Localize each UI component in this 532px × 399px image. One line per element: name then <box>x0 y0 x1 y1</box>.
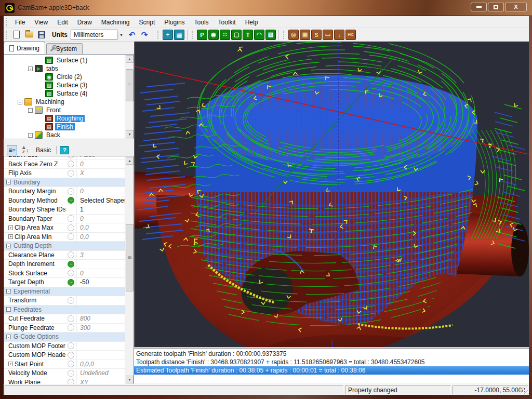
default-value-icon[interactable]: → <box>68 161 74 167</box>
maximize-button[interactable] <box>488 3 504 11</box>
property-value[interactable]: 0 <box>77 161 125 168</box>
tree-scroll-thumb[interactable] <box>126 69 134 101</box>
log-line-3[interactable]: Estimated Toolpath 'Finish' duration : 0… <box>134 366 529 375</box>
tab-system[interactable]: System <box>46 43 83 54</box>
profile-mop-icon[interactable]: ◎ <box>288 30 299 40</box>
property-transform[interactable]: Transform→ <box>4 296 125 305</box>
property-stock-surface[interactable]: Stock Surface→0 <box>4 269 125 278</box>
chevron-down-icon[interactable]: ▼ <box>118 32 124 39</box>
tree-item-tabs[interactable]: -▶tabs <box>4 64 134 73</box>
default-value-icon[interactable]: → <box>68 270 74 276</box>
property-value[interactable]: X <box>77 169 125 177</box>
expand-icon[interactable]: + <box>8 362 13 366</box>
default-value-icon[interactable]: → <box>68 215 74 222</box>
property-flip-axis[interactable]: Flip Axis→X <box>4 169 125 178</box>
property-value[interactable]: Undefined <box>77 369 125 377</box>
tree-item-surface-1[interactable]: ▧Surface (1) <box>4 56 134 64</box>
property-value[interactable]: 300 <box>77 324 125 331</box>
property-cut-feedrate[interactable]: Cut Feedrate→800 <box>4 314 125 324</box>
engrave-mop-icon[interactable]: S <box>311 30 322 40</box>
close-button[interactable]: X <box>505 3 527 11</box>
menu-toolkit[interactable]: Toolkit <box>214 17 241 28</box>
log-line-1[interactable]: Generate toolpath 'Finish' duration : 00… <box>134 350 529 358</box>
category-boundary[interactable]: -Boundary <box>4 178 125 188</box>
property-value[interactable]: False <box>77 156 125 158</box>
menu-edit[interactable]: Edit <box>52 17 73 28</box>
tree-toggle-icon[interactable]: - <box>28 66 33 71</box>
property-clip-area-max[interactable]: +Clip Area Max→0,0 <box>4 223 125 233</box>
drill-mop-icon[interactable]: ↓ <box>334 30 344 40</box>
lathe-mop-icon[interactable]: ▭ <box>323 30 333 40</box>
default-value-icon[interactable]: → <box>68 315 74 322</box>
tree-item-circle-2[interactable]: ◉Circle (2) <box>4 73 134 81</box>
property-value[interactable]: 0,0 <box>77 224 125 231</box>
default-value-icon[interactable]: → <box>68 370 74 377</box>
property-value[interactable]: -50 <box>77 278 125 286</box>
tree-toggle-icon[interactable]: - <box>28 108 33 113</box>
scroll-up-icon[interactable]: ▲ <box>126 55 134 63</box>
draw-surface-icon[interactable]: ▧ <box>265 30 276 40</box>
expand-icon[interactable]: + <box>8 225 13 230</box>
pg-scroll-up-icon[interactable]: ▲ <box>126 157 134 165</box>
property-value[interactable]: 0,0,0 <box>77 361 125 368</box>
category-g-code-options[interactable]: -G-Code Options <box>4 332 125 342</box>
default-value-icon[interactable]: → <box>68 361 74 367</box>
default-value-icon[interactable]: → <box>68 342 74 349</box>
property-back-face[interactable]: Back Face→False <box>4 156 125 160</box>
property-boundary-method[interactable]: Boundary Method→Selected Shapes <box>4 196 125 206</box>
property-custom-mop-header[interactable]: Custom MOP Header→ <box>4 351 125 360</box>
menu-machining[interactable]: Machining <box>97 17 135 28</box>
property-value[interactable]: 0 <box>77 270 125 277</box>
tree-item-roughing[interactable]: ▤Roughing <box>4 114 134 123</box>
grid-icon[interactable]: ▦ <box>174 30 184 40</box>
open-file-icon[interactable] <box>23 29 35 41</box>
log-line-2[interactable]: Toolpath distance 'Finish' : 30468.93708… <box>134 358 529 366</box>
collapse-icon[interactable]: - <box>6 244 11 248</box>
draw-circle-icon[interactable]: ◉ <box>208 30 219 40</box>
rectangle-icon[interactable]: ▢ <box>231 30 242 40</box>
property-boundary-taper[interactable]: Boundary Taper→0 <box>4 215 125 224</box>
property-value[interactable]: 3 <box>77 251 125 259</box>
redo-icon[interactable]: ↷ <box>139 29 150 41</box>
set-value-icon[interactable]: → <box>68 197 74 204</box>
property-value[interactable]: 1 <box>77 206 125 213</box>
property-value[interactable]: 0 <box>77 188 125 195</box>
property-boundary-shape-ids[interactable]: Boundary Shape IDs1 <box>4 205 125 215</box>
property-plunge-feedrate[interactable]: Plunge Feedrate→300 <box>4 324 125 333</box>
collapse-icon[interactable]: - <box>6 289 11 294</box>
default-value-icon[interactable]: → <box>68 297 74 304</box>
tree-item-finish[interactable]: ▤Finish <box>4 123 134 131</box>
property-value[interactable]: Selected Shapes <box>77 197 125 204</box>
default-value-icon[interactable]: → <box>68 233 74 240</box>
property-custom-mop-footer[interactable]: Custom MOP Footer→ <box>4 342 125 351</box>
menu-tools[interactable]: Tools <box>190 17 214 28</box>
property-value[interactable]: 0 <box>77 215 125 222</box>
collapse-icon[interactable]: - <box>6 307 11 312</box>
tree-toggle-icon[interactable]: - <box>18 100 22 104</box>
property-clip-area-min[interactable]: +Clip Area Min→0,0 <box>4 233 125 242</box>
tree-item-surface-3[interactable]: ▧Surface (3) <box>4 81 134 89</box>
property-value[interactable]: 800 <box>77 315 125 322</box>
category-experimental[interactable]: -Experimental <box>4 287 125 297</box>
new-file-icon[interactable] <box>11 29 22 41</box>
title-bar[interactable]: CamBam+ apple3D+back X <box>0 0 532 16</box>
menu-view[interactable]: View <box>30 17 52 28</box>
property-boundary-margin[interactable]: Boundary Margin→0 <box>4 187 125 196</box>
tree-scrollbar[interactable]: ▲ ▼ <box>125 55 134 139</box>
menu-file[interactable]: File <box>10 17 30 28</box>
heightmap-mop-icon[interactable]: HC <box>345 30 356 40</box>
pg-scroll-thumb[interactable] <box>126 224 134 291</box>
property-start-point[interactable]: +Start Point→0,0,0 <box>4 360 125 369</box>
text-icon[interactable]: T <box>243 30 253 40</box>
arc-icon[interactable]: ◠ <box>254 30 264 40</box>
undo-icon[interactable]: ↶ <box>126 29 138 41</box>
points-icon[interactable]: ∷ <box>220 30 230 40</box>
collapse-icon[interactable]: - <box>6 180 11 184</box>
units-combobox[interactable]: Millimeters ▼ <box>71 30 117 40</box>
viewport-3d[interactable] <box>134 42 529 347</box>
default-value-icon[interactable]: → <box>68 324 74 331</box>
menu-script[interactable]: Script <box>135 17 160 28</box>
property-value[interactable]: 0,0 <box>77 233 125 241</box>
tree-toggle-icon[interactable]: - <box>28 133 33 138</box>
property-velocity-mode[interactable]: Velocity Mode→Undefined <box>4 369 125 378</box>
